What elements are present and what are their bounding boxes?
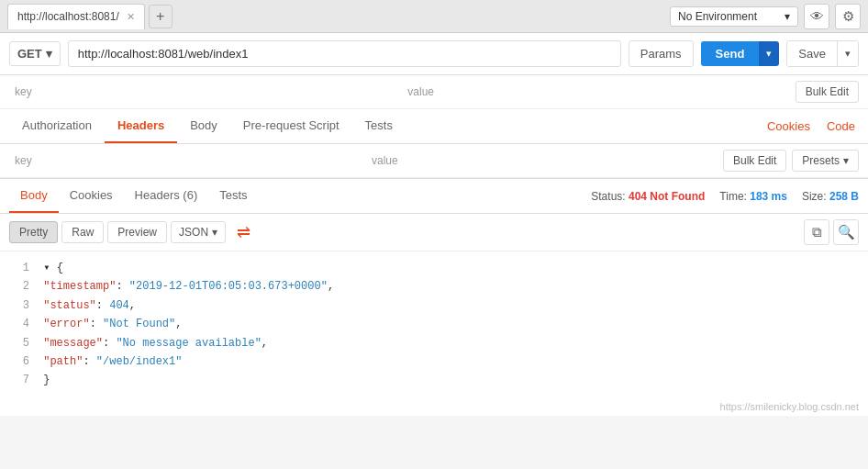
cookies-link[interactable]: Cookies <box>763 110 814 142</box>
resp-tab-tests[interactable]: Tests <box>208 179 258 213</box>
url-input[interactable] <box>68 40 621 67</box>
send-dropdown-button[interactable]: ▾ <box>759 41 779 66</box>
search-icon: 🔍 <box>838 224 855 240</box>
method-select[interactable]: GET ▾ <box>9 41 61 66</box>
bulk-edit-button[interactable]: Bulk Edit <box>796 81 859 103</box>
tab-headers[interactable]: Headers <box>105 109 177 143</box>
response-tabs-bar: Body Cookies Headers (6) Tests Status: 4… <box>0 179 868 214</box>
status-label: Status: <box>591 190 625 203</box>
format-label: JSON <box>179 226 208 239</box>
headers-row: key value Bulk Edit Presets ▾ <box>0 144 868 178</box>
json-line-1: 1 ▾ { <box>9 259 859 277</box>
size-value: 258 B <box>829 190 859 203</box>
method-chevron-icon: ▾ <box>46 47 52 61</box>
resp-tab-headers[interactable]: Headers (6) <box>124 179 209 213</box>
size-label: Size: <box>802 190 827 203</box>
resp-tab-body[interactable]: Body <box>9 179 59 213</box>
presets-button[interactable]: Presets ▾ <box>792 150 859 172</box>
params-key-placeholder: key <box>9 83 402 101</box>
response-section: Body Cookies Headers (6) Tests Status: 4… <box>0 178 868 416</box>
save-button[interactable]: Save <box>787 41 837 66</box>
format-select[interactable]: JSON ▾ <box>171 221 226 243</box>
headers-key-placeholder: key <box>9 151 366 170</box>
eye-button[interactable]: 👁 <box>804 4 829 29</box>
resp-tab-cookies[interactable]: Cookies <box>59 179 124 213</box>
chevron-down-icon: ▾ <box>785 10 790 23</box>
json-line-4: 4 "error": "Not Found", <box>9 315 859 333</box>
presets-label: Presets <box>802 154 840 167</box>
code-link[interactable]: Code <box>823 110 859 142</box>
gear-icon: ⚙ <box>842 8 854 25</box>
request-tabs: Authorization Headers Body Pre-request S… <box>0 109 868 144</box>
response-status-info: Status: 404 Not Found Time: 183 ms Size:… <box>591 190 859 203</box>
json-line-7: 7 } <box>9 371 859 389</box>
json-line-6: 6 "path": "/web/index1" <box>9 352 859 371</box>
params-row: key value Bulk Edit <box>0 75 868 109</box>
json-line-2: 2 "timestamp": "2019-12-01T06:05:03.673+… <box>9 277 859 296</box>
browser-tab[interactable]: http://localhost:8081/ ✕ <box>7 4 145 29</box>
time-label: Time: <box>719 190 747 203</box>
method-label: GET <box>17 47 42 61</box>
tab-body[interactable]: Body <box>177 109 230 143</box>
search-button[interactable]: 🔍 <box>833 219 859 245</box>
time-value: 183 ms <box>750 190 787 203</box>
env-area: No Environment ▾ 👁 ⚙ <box>670 4 861 29</box>
plus-icon: + <box>156 8 164 25</box>
headers-bulk-edit-button[interactable]: Bulk Edit <box>723 150 786 172</box>
presets-chevron-icon: ▾ <box>843 154 849 167</box>
params-value-placeholder: value <box>402 83 795 101</box>
response-body: 1 ▾ { 2 "timestamp": "2019-12-01T06:05:0… <box>0 251 868 397</box>
json-line-5: 5 "message": "No message available", <box>9 334 859 352</box>
env-select-dropdown[interactable]: No Environment ▾ <box>670 6 798 27</box>
url-bar: GET ▾ Params Send ▾ Save ▾ <box>0 33 868 75</box>
headers-value-placeholder: value <box>366 151 723 170</box>
env-label: No Environment <box>678 10 757 23</box>
watermark: https://smilenicky.blog.csdn.net <box>0 397 868 416</box>
response-toolbar: Pretty Raw Preview JSON ▾ ⇌ ⧉ 🔍 <box>0 214 868 251</box>
send-button-group: Send ▾ <box>701 41 780 66</box>
pretty-button[interactable]: Pretty <box>9 221 58 243</box>
format-chevron-icon: ▾ <box>212 226 217 239</box>
new-tab-button[interactable]: + <box>149 5 172 28</box>
eye-icon: 👁 <box>810 8 824 24</box>
tab-authorization[interactable]: Authorization <box>9 109 105 143</box>
save-button-group: Save ▾ <box>786 40 859 67</box>
top-bar: http://localhost:8081/ ✕ + No Environmen… <box>0 0 868 33</box>
filter-icon[interactable]: ⇌ <box>237 222 250 242</box>
close-tab-btn[interactable]: ✕ <box>127 11 135 23</box>
params-button[interactable]: Params <box>629 40 694 67</box>
tab-pre-request-script[interactable]: Pre-request Script <box>230 109 352 143</box>
status-value: 404 Not Found <box>629 190 705 203</box>
copy-icon: ⧉ <box>812 224 822 240</box>
copy-button[interactable]: ⧉ <box>804 219 829 245</box>
gear-button[interactable]: ⚙ <box>835 4 861 29</box>
json-line-3: 3 "status": 404, <box>9 296 859 315</box>
tab-tests[interactable]: Tests <box>352 109 406 143</box>
send-button[interactable]: Send <box>701 41 760 66</box>
raw-button[interactable]: Raw <box>61 221 104 243</box>
req-tab-right-actions: Cookies Code <box>763 110 859 142</box>
tab-url-label: http://localhost:8081/ <box>17 10 119 23</box>
save-dropdown-button[interactable]: ▾ <box>837 41 858 66</box>
preview-button[interactable]: Preview <box>107 221 167 243</box>
